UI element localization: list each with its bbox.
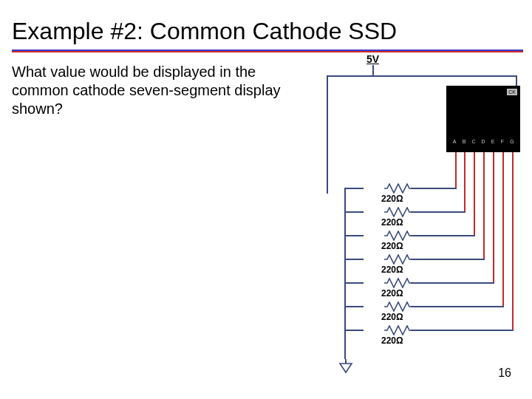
pin-a: A xyxy=(451,139,458,144)
resistor-f-wire-l xyxy=(344,306,364,307)
resistor-b-label: 220Ω xyxy=(381,217,403,228)
resistor-d-wire-l xyxy=(344,259,364,260)
resistor-c-wire-l xyxy=(344,235,364,236)
wire-supply-stub xyxy=(372,65,374,75)
lead-c xyxy=(474,152,475,235)
resistor-e-wire-r xyxy=(411,282,494,284)
resistor-a-wire-r xyxy=(411,188,457,189)
resistor-d-icon xyxy=(384,254,411,265)
resistor-e-label: 220Ω xyxy=(381,288,403,299)
title-underline xyxy=(12,50,523,52)
wire-top-rail xyxy=(327,75,517,77)
pin-g: G xyxy=(508,139,516,144)
resistor-g-wire-r xyxy=(411,330,514,331)
resistor-a-wire-l xyxy=(344,188,364,189)
ground-icon xyxy=(338,359,353,374)
ssd-pin-labels: A B C D E F G xyxy=(446,139,520,144)
pin-d: D xyxy=(480,139,487,144)
resistor-b-wire-r xyxy=(411,211,466,213)
resistor-f-icon xyxy=(384,301,411,312)
resistor-e-wire-l xyxy=(344,282,364,284)
resistor-c-label: 220Ω xyxy=(381,241,403,251)
resistor-a-label: 220Ω xyxy=(381,194,403,204)
lead-e xyxy=(493,152,494,282)
resistor-b-icon xyxy=(384,207,411,217)
pin-c: C xyxy=(470,139,477,144)
lead-b xyxy=(464,152,466,211)
page-number: 16 xyxy=(498,366,511,380)
resistor-e-icon xyxy=(384,278,411,288)
svg-marker-1 xyxy=(340,364,352,372)
slide-title: Example #2: Common Cathode SSD xyxy=(12,18,520,45)
resistor-g-icon xyxy=(384,325,411,335)
wire-common-bus xyxy=(344,188,346,359)
resistor-d-wire-r xyxy=(411,259,485,260)
ssd-ck-label: CK xyxy=(507,89,517,95)
pin-b: B xyxy=(460,139,468,144)
resistor-f-wire-r xyxy=(411,306,504,307)
resistor-f-label: 220Ω xyxy=(381,312,403,322)
resistor-g-wire-l xyxy=(344,330,364,331)
resistor-d-label: 220Ω xyxy=(381,265,403,275)
resistor-b-wire-l xyxy=(344,211,364,213)
lead-f xyxy=(502,152,504,306)
supply-label: 5V xyxy=(366,53,379,65)
wire-left-rail xyxy=(327,75,328,194)
pin-e: E xyxy=(489,139,497,144)
resistor-c-wire-r xyxy=(411,235,475,236)
circuit-diagram: 5V CK A B C D E F G xyxy=(310,56,532,374)
resistor-a-icon xyxy=(384,183,411,194)
lead-d xyxy=(483,152,485,259)
resistor-c-icon xyxy=(384,231,411,241)
ssd-box: CK A B C D E F G xyxy=(446,86,520,152)
pin-f: F xyxy=(499,139,506,144)
lead-a xyxy=(455,152,457,188)
slide-body-text: What value would be displayed in the com… xyxy=(12,63,300,118)
slide: Example #2: Common Cathode SSD What valu… xyxy=(0,0,532,399)
lead-g xyxy=(512,152,514,330)
resistor-g-label: 220Ω xyxy=(381,335,403,346)
